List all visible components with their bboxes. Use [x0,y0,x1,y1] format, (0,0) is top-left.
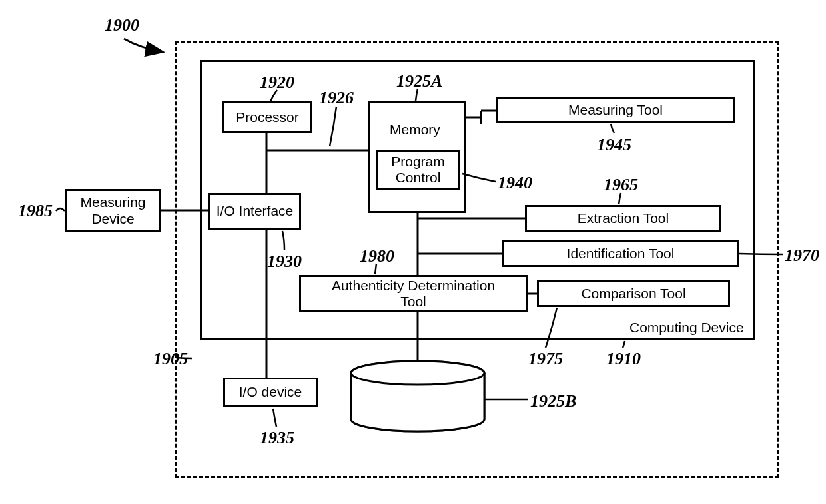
io-interface-box: I/O Interface [208,193,301,230]
extraction-tool-box: Extraction Tool [525,205,721,232]
authenticity-tool-box: Authenticity Determination Tool [299,275,528,312]
ref-1925A: 1925A [396,71,442,91]
ref-1926: 1926 [319,88,354,108]
ref-1935: 1935 [260,428,294,448]
measuring-device-box: Measuring Device [65,189,161,232]
ref-1930: 1930 [267,252,302,272]
ref-1985: 1985 [18,201,53,221]
storage-system-label: Storage System [380,391,479,407]
diagram-root: Computing Device Measuring Device I/O In… [0,0,826,504]
identification-tool-box: Identification Tool [502,240,739,267]
ref-1980: 1980 [360,246,394,266]
memory-label: Memory [390,122,440,138]
ref-1920: 1920 [260,73,294,93]
computing-device-label: Computing Device [629,320,744,336]
comparison-tool-box: Comparison Tool [537,280,730,307]
processor-box: Processor [222,101,312,133]
measuring-tool-box: Measuring Tool [496,97,735,123]
ref-1940: 1940 [498,173,532,193]
ref-1900: 1900 [105,15,139,35]
ref-1965: 1965 [604,175,638,195]
program-control-box: Program Control [376,150,460,190]
ref-1945: 1945 [597,135,631,155]
ref-1905: 1905 [153,349,188,369]
io-device-box: I/O device [223,378,318,407]
ref-1975: 1975 [528,349,563,369]
ref-1910: 1910 [606,349,641,369]
ref-1925B: 1925B [530,391,576,411]
ref-1970: 1970 [785,246,819,266]
